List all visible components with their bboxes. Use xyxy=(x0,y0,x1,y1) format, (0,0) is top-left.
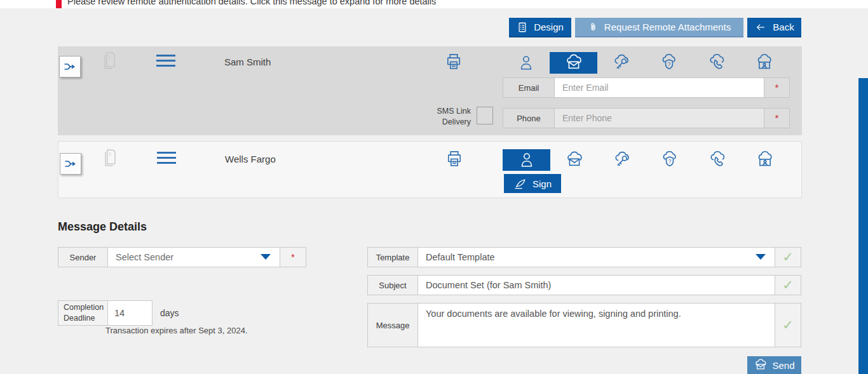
question-auth-option-tile[interactable]: ? xyxy=(646,149,693,171)
email-field-row: Email * xyxy=(503,77,790,98)
days-label: days xyxy=(160,308,179,318)
subject-valid-cell: ✓ xyxy=(775,275,801,295)
recipient-name: Sam Smith xyxy=(224,57,271,67)
email-input[interactable] xyxy=(555,77,764,98)
password-auth-option-tile[interactable] xyxy=(597,52,645,74)
cloud-phone-icon xyxy=(708,151,727,169)
merge-order-button[interactable] xyxy=(60,153,81,175)
cloud-key-icon xyxy=(612,54,631,72)
in-person-option-tile[interactable] xyxy=(503,149,550,171)
sign-button-label: Sign xyxy=(532,178,552,189)
drag-handle-icon[interactable] xyxy=(157,152,176,164)
document-stack-icon: 1 xyxy=(101,51,118,71)
printer-icon[interactable] xyxy=(445,53,463,72)
message-textarea[interactable]: Your documents are available for viewing… xyxy=(418,303,775,347)
document-stack-icon: 1 xyxy=(102,148,118,168)
completion-deadline-cell xyxy=(108,300,153,326)
template-label: Template xyxy=(367,247,418,267)
cloud-key-icon xyxy=(613,151,632,169)
send-button[interactable]: Send xyxy=(747,356,801,374)
printer-icon[interactable] xyxy=(445,150,463,169)
completion-deadline-input[interactable] xyxy=(108,308,152,318)
document-list-icon xyxy=(517,22,528,33)
phone-field-row: Phone * xyxy=(503,108,790,128)
svg-text:1: 1 xyxy=(109,151,112,157)
sender-dropdown[interactable]: Select Sender xyxy=(108,247,280,267)
svg-text:1: 1 xyxy=(108,54,111,60)
sms-link-delivery-label: SMS Link Delivery xyxy=(437,106,471,128)
cloud-shield-question-icon: ? xyxy=(660,54,679,72)
design-button-label: Design xyxy=(534,22,564,32)
paperclip-icon xyxy=(588,21,599,33)
sender-row: Sender Select Sender * xyxy=(58,247,306,267)
cloud-envelope-icon xyxy=(565,151,584,169)
person-icon xyxy=(518,54,534,72)
caret-down-icon xyxy=(756,254,766,260)
merge-order-button[interactable] xyxy=(59,56,81,77)
subject-input[interactable] xyxy=(418,280,775,290)
message-valid-cell: ✓ xyxy=(775,303,801,347)
sender-dropdown-value: Select Sender xyxy=(108,252,261,262)
subject-field xyxy=(418,275,775,295)
sign-button[interactable]: Sign xyxy=(504,174,561,193)
message-label: Message xyxy=(367,303,418,347)
back-button[interactable]: Back xyxy=(747,18,801,37)
phone-auth-option-tile[interactable] xyxy=(693,149,741,171)
back-button-label: Back xyxy=(773,22,794,32)
valid-checkmark: ✓ xyxy=(782,250,794,265)
in-person-option-tile[interactable] xyxy=(502,52,550,74)
email-required-cell: * xyxy=(764,77,790,98)
phone-field-label: Phone xyxy=(503,108,555,128)
design-button[interactable]: Design xyxy=(509,18,571,37)
recipient-row-wells-fargo: 1 Wells Fargo xyxy=(58,141,802,198)
drag-handle-icon[interactable] xyxy=(156,55,175,67)
password-auth-option-tile[interactable] xyxy=(598,149,646,171)
template-valid-cell: ✓ xyxy=(775,247,801,267)
sender-label: Sender xyxy=(58,247,108,267)
sender-required-cell: * xyxy=(280,247,306,267)
subject-label: Subject xyxy=(367,275,418,295)
alert-accent-bar xyxy=(56,0,62,8)
message-row: Message Your documents are available for… xyxy=(367,303,801,347)
recipient-row-sam-smith: 1 Sam Smith xyxy=(58,46,802,135)
subject-row: Subject ✓ xyxy=(367,275,801,295)
sms-link-delivery-checkbox[interactable] xyxy=(477,107,493,124)
delivery-auth-options: ? xyxy=(503,149,789,171)
expiry-note: Transaction expires after Sept 3, 2024. xyxy=(105,326,248,335)
caret-down-icon xyxy=(261,254,271,260)
template-row: Template Default Template ✓ xyxy=(367,247,801,267)
send-button-label: Send xyxy=(772,360,794,371)
completion-deadline-label: Completion Deadline xyxy=(58,300,108,326)
svg-text:?: ? xyxy=(667,62,670,67)
cloud-id-card-icon xyxy=(756,151,775,169)
svg-text:?: ? xyxy=(668,159,671,164)
cloud-id-card-icon xyxy=(755,54,774,72)
cloud-envelope-icon xyxy=(564,54,583,72)
request-remote-attachments-button[interactable]: Request Remote Attachments xyxy=(575,18,743,37)
quill-icon xyxy=(513,178,527,189)
merge-arrow-icon xyxy=(62,59,78,74)
phone-input[interactable] xyxy=(555,108,764,128)
delivery-auth-options: ? xyxy=(502,52,788,74)
recipient-name: Wells Fargo xyxy=(225,154,276,164)
phone-auth-option-tile[interactable] xyxy=(693,52,740,74)
email-field-label: Email xyxy=(503,77,555,98)
arrow-left-icon xyxy=(754,22,767,32)
email-delivery-option-tile[interactable] xyxy=(550,52,597,74)
id-verification-option-tile[interactable] xyxy=(740,52,788,74)
scrollbar-thumb[interactable] xyxy=(858,78,868,374)
person-icon xyxy=(519,151,535,169)
template-dropdown[interactable]: Default Template xyxy=(418,247,775,267)
remote-auth-alert[interactable]: Please review remote authentication deta… xyxy=(0,0,868,8)
valid-checkmark: ✓ xyxy=(782,317,794,333)
phone-required-cell: * xyxy=(764,108,790,128)
valid-checkmark: ✓ xyxy=(782,277,794,293)
merge-arrow-icon xyxy=(63,156,78,171)
id-verification-option-tile[interactable] xyxy=(741,149,789,171)
email-delivery-option-tile[interactable] xyxy=(550,149,598,171)
alert-message: Please review remote authentication deta… xyxy=(67,0,436,6)
request-remote-attachments-label: Request Remote Attachments xyxy=(604,22,731,32)
message-details-heading: Message Details xyxy=(58,220,147,234)
question-auth-option-tile[interactable]: ? xyxy=(645,52,693,74)
completion-deadline-row: Completion Deadline days xyxy=(58,300,179,326)
